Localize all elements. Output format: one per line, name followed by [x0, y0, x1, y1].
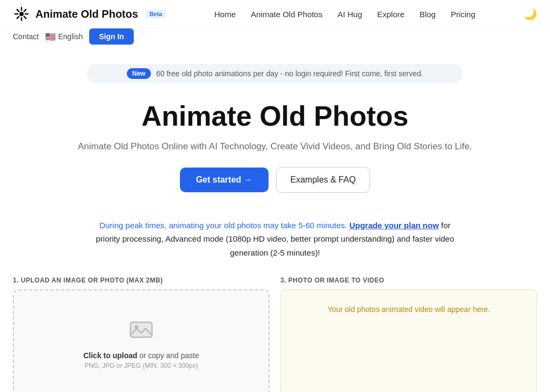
upload-hint: PNG, JPG or JPEG (MIN. 300 × 300px) [84, 362, 198, 369]
new-badge: New [127, 68, 151, 79]
video-section-label: 3. PHOTO OR IMAGE TO VIDEO [280, 277, 537, 284]
header: Animate Old Photos Beta Home Animate Old… [0, 0, 550, 28]
video-output-column: 3. PHOTO OR IMAGE TO VIDEO Your old phot… [280, 277, 537, 392]
contact-link[interactable]: Contact [13, 32, 39, 41]
hero-subtitle: Animate Old Photos Online with AI Techno… [13, 141, 537, 152]
hero-title: Animate Old Photos [13, 100, 537, 133]
upload-column: 1. UPLOAD AN IMAGE OR PHOTO (MAX 2MB) Cl… [13, 277, 270, 392]
peak-notice-line1: During peak times, animating your old ph… [99, 221, 347, 230]
logo-icon [13, 5, 30, 23]
hero-buttons: Get started → Examples & FAQ [13, 167, 537, 193]
svg-line-7 [24, 10, 26, 12]
language-selector[interactable]: 🇺🇸 English [45, 32, 83, 42]
upload-text: Click to upload or copy and paste [83, 351, 199, 360]
nav-explore[interactable]: Explore [377, 10, 404, 19]
header-left: Animate Old Photos Beta [13, 5, 166, 23]
beta-badge: Beta [146, 10, 166, 18]
nav-animate[interactable]: Animate Old Photos [251, 10, 322, 19]
examples-faq-button[interactable]: Examples & FAQ [276, 167, 371, 193]
svg-rect-9 [131, 322, 152, 337]
flag-icon: 🇺🇸 [45, 32, 56, 42]
announcement-text: 60 free old photo animations per day - n… [156, 69, 423, 78]
nav-blog[interactable]: Blog [419, 10, 436, 19]
nav-pricing[interactable]: Pricing [451, 10, 475, 19]
video-output-box: Your old photos animated video will appe… [280, 289, 537, 392]
upload-rest-text: or copy and paste [138, 351, 199, 360]
upload-section-label: 1. UPLOAD AN IMAGE OR PHOTO (MAX 2MB) [13, 277, 270, 284]
svg-point-0 [19, 12, 24, 16]
peak-notice: During peak times, animating your old ph… [92, 219, 458, 260]
video-placeholder-text: Your old photos animated video will appe… [328, 304, 490, 315]
get-started-button[interactable]: Get started → [180, 168, 269, 192]
language-label: English [58, 32, 83, 41]
logo-title: Animate Old Photos [35, 8, 138, 20]
svg-line-6 [24, 17, 26, 19]
dark-mode-icon[interactable]: 🌙 [524, 8, 537, 20]
header-bottom: Contact 🇺🇸 English Sign In [0, 28, 550, 49]
nav-home[interactable]: Home [214, 10, 236, 19]
main-content-section: 1. UPLOAD AN IMAGE OR PHOTO (MAX 2MB) Cl… [0, 277, 550, 392]
signin-button[interactable]: Sign In [89, 28, 134, 45]
svg-line-5 [17, 10, 19, 12]
svg-line-8 [17, 17, 19, 19]
upload-box[interactable]: Click to upload or copy and paste PNG, J… [13, 289, 270, 392]
main-nav: Home Animate Old Photos AI Hug Explore B… [214, 10, 475, 19]
upload-click-text: Click to upload [83, 351, 137, 360]
announcement-bar: New 60 free old photo animations per day… [87, 64, 463, 83]
nav-ai-hug[interactable]: AI Hug [337, 10, 362, 19]
image-upload-icon [128, 317, 154, 345]
upgrade-link[interactable]: Upgrade your plan now [349, 221, 439, 230]
hero-section: Animate Old Photos Animate Old Photos On… [0, 83, 550, 219]
